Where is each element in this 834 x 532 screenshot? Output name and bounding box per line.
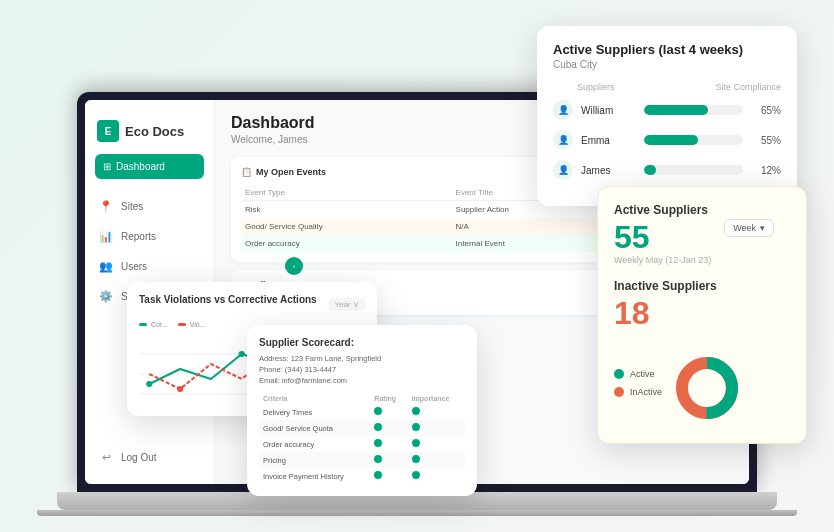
table-row: Good/ Service Quota [259,420,465,436]
scorecard-title: Supplier Scorecard: [259,337,465,348]
svg-point-6 [177,386,183,392]
svg-point-3 [146,381,152,387]
reports-icon: 📊 [99,229,113,243]
sidebar-item-sites[interactable]: 📍 Sites [85,191,214,221]
stats-period: Weekly May (12-Jan 23) [614,255,790,265]
scorecard-card: Supplier Scorecard: Address: 123 Farm La… [247,325,477,496]
dashboard-button[interactable]: ⊞ Dashboard [95,154,204,179]
pct-james: 12% [751,165,781,176]
legend-inactive: InActive [614,387,662,397]
logout-button[interactable]: ↩ Log Out [85,442,214,472]
sites-icon: 📍 [99,199,113,213]
supplier-name-emma: Emma [581,135,636,146]
pct-emma: 55% [751,135,781,146]
users-icon: 👥 [99,259,113,273]
legend-violations: Vio... [178,321,206,328]
table-row: Pricing [259,452,465,468]
suppliers-table-header: Suppliers Site Compliance [553,82,781,92]
table-row: Invoice Payment History [259,468,465,484]
violations-color [178,323,186,326]
suppliers-card-title: Active Suppliers (last 4 weeks) [553,42,781,57]
sidebar-item-reports[interactable]: 📊 Reports [85,221,214,251]
legend-active: Active [614,369,662,379]
active-label: Active Suppliers [614,203,790,217]
donut-chart [672,353,742,427]
corrective-color [139,323,147,326]
donut-legend: Active InActive [614,369,662,401]
table-row: Delivery Times [259,404,465,420]
dashboard-icon: ⊞ [103,161,111,172]
scorecard-email: Email: info@farmlane.com [259,376,465,385]
inactive-label: Inactive Suppliers [614,279,790,293]
legend-corrective: Cor... [139,321,168,328]
scorecard-table: Criteria Rating Importance Delivery Time… [259,393,465,484]
supplier-name-william: William [581,105,636,116]
supplier-row-emma: 👤 Emma 55% [553,130,781,150]
stats-card: Week ▾ Active Suppliers 55 Weekly May (1… [597,186,807,444]
supplier-row-james: 👤 James 12% [553,160,781,180]
scorecard-phone: Phone: (344) 313-4447 [259,365,465,374]
avatar-william: 👤 [553,100,573,120]
col-event-type: Event Type [241,185,452,201]
suppliers-card: Active Suppliers (last 4 weeks) Cuba Cit… [537,26,797,206]
chevron-down-icon: ▾ [760,223,765,233]
progress-william [644,105,743,115]
week-selector[interactable]: Week ▾ [724,219,774,237]
inactive-count: 18 [614,297,790,329]
settings-icon: ⚙️ [99,289,113,303]
logo-icon: E [97,120,119,142]
logout-icon: ↩ [99,450,113,464]
pct-william: 65% [751,105,781,116]
scorecard-address: Address: 123 Farm Lane, Springfield [259,354,465,363]
donut-chart-container: Active InActive [614,343,790,427]
year-selector[interactable]: Year ∨ [329,298,365,311]
logo-text: Eco Docs [125,124,184,139]
progress-james [644,165,743,175]
supplier-name-james: James [581,165,636,176]
svg-point-4 [239,351,245,357]
laptop-foot [37,510,797,516]
supplier-row-william: 👤 William 65% [553,100,781,120]
inactive-suppliers-section: Inactive Suppliers 18 [614,279,790,329]
svg-point-10 [693,374,721,402]
avatar-james: 👤 [553,160,573,180]
stats-card-inner: Week ▾ Active Suppliers 55 Weekly May (1… [614,203,790,427]
active-dot [614,369,624,379]
inactive-dot [614,387,624,397]
chart-title: Task Violations vs Corrective Actions [139,294,317,305]
logo-area: E Eco Docs [85,112,214,154]
progress-emma [644,135,743,145]
table-row: Order accuracy [259,436,465,452]
sidebar-collapse-button[interactable]: ‹ [285,257,303,275]
sidebar-item-users[interactable]: 👥 Users [85,251,214,281]
suppliers-card-subtitle: Cuba City [553,59,781,70]
chart-title-row: Task Violations vs Corrective Actions Ye… [139,294,365,315]
avatar-emma: 👤 [553,130,573,150]
